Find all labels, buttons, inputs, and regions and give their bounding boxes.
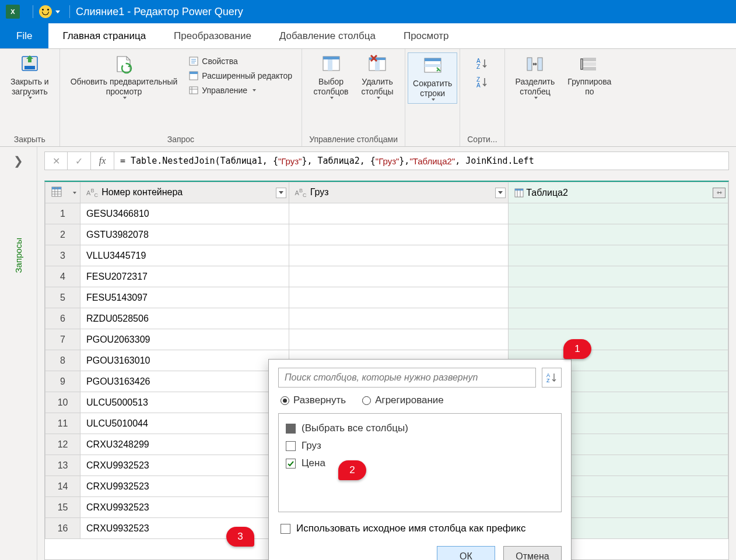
check-cargo[interactable]: Груз — [285, 437, 555, 455]
prefix-checkbox-row[interactable]: Использовать исходное имя столбца как пр… — [281, 523, 562, 534]
properties-button[interactable]: Свойства — [187, 55, 295, 68]
svg-rect-26 — [538, 58, 542, 71]
search-columns-input[interactable] — [278, 368, 536, 388]
row-number: 6 — [45, 308, 80, 329]
tab-add-column[interactable]: Добавление столбца — [265, 23, 390, 48]
row-number: 4 — [45, 266, 80, 287]
check-price[interactable]: Цена — [285, 455, 555, 472]
qat-dropdown-icon[interactable] — [55, 10, 60, 13]
cell-table2[interactable] — [509, 308, 728, 329]
row-number: 3 — [45, 245, 80, 266]
cell-container[interactable]: CRXU9932523 — [80, 455, 289, 476]
cell-table2[interactable] — [509, 224, 728, 245]
cell-container[interactable]: ULCU5000513 — [80, 392, 289, 413]
column-filter-button[interactable] — [276, 188, 286, 198]
queries-pane[interactable]: ❯ Запросы — [0, 147, 37, 560]
row-number-header[interactable] — [45, 182, 80, 203]
svg-rect-19 — [425, 58, 441, 61]
radio-expand[interactable]: Развернуть — [281, 395, 346, 406]
cell-container[interactable]: RZDU0528506 — [80, 308, 289, 329]
reduce-rows-button[interactable]: Сократить строки — [409, 54, 455, 102]
svg-rect-28 — [583, 62, 596, 66]
svg-rect-13 — [323, 57, 339, 59]
split-column-button[interactable]: Разделить столбец — [512, 52, 559, 100]
cell-container[interactable]: GESU3466810 — [80, 203, 289, 224]
cancel-button[interactable]: Отмена — [503, 546, 562, 560]
cell-container[interactable]: ULCU5010044 — [80, 413, 289, 434]
sort-columns-button[interactable]: AZ — [542, 368, 562, 388]
cell-container[interactable]: PGOU3163010 — [80, 350, 289, 371]
cell-cargo[interactable] — [289, 203, 509, 224]
table-row[interactable]: 3 VLLU3445719 — [45, 245, 728, 266]
cell-table2[interactable] — [509, 266, 728, 287]
columns-checklist: (Выбрать все столбцы) Груз Цена — [278, 413, 562, 512]
group-by-label: Группирова по — [567, 77, 611, 97]
cell-cargo[interactable] — [289, 308, 509, 329]
table-row[interactable]: 1 GESU3466810 — [45, 203, 728, 224]
tab-home[interactable]: Главная страница — [48, 23, 160, 48]
close-load-icon — [19, 54, 40, 75]
tab-view[interactable]: Просмотр — [390, 23, 463, 48]
cell-table2[interactable] — [509, 287, 728, 308]
tab-file[interactable]: File — [0, 23, 48, 48]
prefix-label: Использовать исходное имя столбца как пр… — [296, 523, 525, 534]
cell-cargo[interactable] — [289, 287, 509, 308]
tab-transform[interactable]: Преобразование — [160, 23, 265, 48]
check-label: Груз — [302, 440, 321, 452]
cell-container[interactable]: CRXU9932523 — [80, 497, 289, 518]
close-and-load-button[interactable]: Закрыть и загрузить — [7, 52, 52, 100]
cell-container[interactable]: PGOU3163426 — [80, 371, 289, 392]
formula-commit-button[interactable]: ✓ — [68, 152, 91, 170]
table-row[interactable]: 2 GSTU3982078 — [45, 224, 728, 245]
expand-pane-icon[interactable]: ❯ — [13, 154, 23, 168]
choose-columns-button[interactable]: Выбор столбцов — [310, 52, 352, 100]
table-row[interactable]: 7 PGOU2063309 — [45, 329, 728, 350]
group-label: Управление столбцами — [309, 135, 398, 144]
cell-cargo[interactable] — [289, 266, 509, 287]
expand-column-button[interactable]: ⇿ — [713, 188, 726, 198]
formula-bar[interactable]: = Table.NestedJoin(Таблица1, {"Груз"}, Т… — [114, 152, 729, 170]
table-row[interactable]: 4 FESU2072317 — [45, 266, 728, 287]
separator — [33, 5, 33, 18]
cell-container[interactable]: CRXU3248299 — [80, 434, 289, 455]
cell-cargo[interactable] — [289, 224, 509, 245]
fx-button[interactable]: fx — [91, 152, 114, 170]
table-row[interactable]: 5 FESU5143097 — [45, 287, 728, 308]
cell-container[interactable]: CRXU9932523 — [80, 518, 289, 539]
column-filter-button[interactable] — [495, 188, 506, 198]
smiley-icon[interactable] — [39, 5, 52, 18]
column-header-table2[interactable]: Таблица2⇿ — [509, 182, 728, 203]
refresh-preview-button[interactable]: Обновить предварительный просмотр — [67, 52, 181, 100]
table-row[interactable]: 6 RZDU0528506 — [45, 308, 728, 329]
radio-aggregate[interactable]: Агрегирование — [362, 395, 444, 406]
sort-desc-button[interactable]: ZA — [473, 75, 492, 90]
cell-container[interactable]: VLLU3445719 — [80, 245, 289, 266]
ribbon-group-transform: Разделить столбец Группирова по — [505, 49, 622, 146]
manage-button[interactable]: Управление — [187, 84, 295, 97]
cell-container[interactable]: FESU2072317 — [80, 266, 289, 287]
formula-bar-row: ✕ ✓ fx = Table.NestedJoin(Таблица1, {"Гр… — [37, 147, 736, 175]
check-select-all[interactable]: (Выбрать все столбцы) — [285, 420, 555, 437]
cell-table2[interactable] — [509, 203, 728, 224]
ok-button[interactable]: ОК — [437, 546, 495, 560]
sort-asc-button[interactable]: AZ — [473, 56, 492, 71]
svg-rect-29 — [583, 67, 596, 71]
remove-columns-button[interactable]: Удалить столбцы — [358, 52, 397, 100]
column-header-cargo[interactable]: ABCГруз — [289, 182, 509, 203]
column-header-container-number[interactable]: ABCНомер контейнера — [80, 182, 289, 203]
group-by-button[interactable]: Группирова по — [564, 52, 615, 98]
cell-cargo[interactable] — [289, 245, 509, 266]
radio-icon — [281, 396, 289, 405]
cell-table2[interactable] — [509, 329, 728, 350]
cell-container[interactable]: PGOU2063309 — [80, 329, 289, 350]
cell-table2[interactable] — [509, 245, 728, 266]
cell-cargo[interactable] — [289, 329, 509, 350]
advanced-editor-button[interactable]: Расширенный редактор — [187, 69, 295, 82]
cell-container[interactable]: GSTU3982078 — [80, 224, 289, 245]
cell-container[interactable]: CRXU9932523 — [80, 476, 289, 497]
formula-cancel-button[interactable]: ✕ — [44, 152, 68, 170]
cell-container[interactable]: FESU5143097 — [80, 287, 289, 308]
svg-rect-1 — [24, 66, 35, 69]
row-number: 9 — [45, 371, 80, 392]
row-number: 15 — [45, 497, 80, 518]
